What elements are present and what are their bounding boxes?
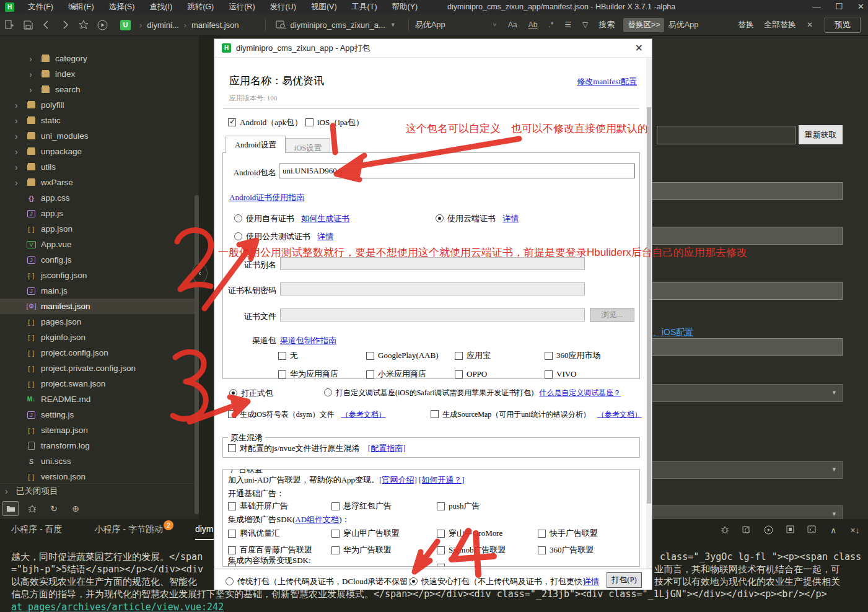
tree-item[interactable]: › uni_modules: [0, 128, 199, 144]
tree-item[interactable]: › App.vue: [0, 237, 199, 252]
search-history-dropdown-icon[interactable]: ˅: [493, 22, 496, 28]
menu-item[interactable]: 运行(R): [221, 0, 262, 14]
tree-item[interactable]: › app.json: [0, 221, 199, 237]
tree-item[interactable]: › pages.json: [0, 314, 199, 330]
menu-item[interactable]: 工具(T): [344, 0, 385, 14]
android-package-checkbox[interactable]: Android（apk包）: [228, 117, 302, 128]
web-view-icon[interactable]: ⊕: [68, 501, 84, 516]
form-field[interactable]: [652, 227, 843, 245]
forward-icon[interactable]: [56, 17, 74, 32]
ad-component-doc-link[interactable]: AD组件文档: [295, 515, 339, 524]
sdk-ad-checkbox[interactable]: 穿山甲GroMore: [437, 528, 538, 539]
content-sdk-checkbox[interactable]: [228, 562, 260, 567]
sdk-ad-checkbox[interactable]: 快手广告联盟: [538, 528, 637, 539]
ios-package-checkbox[interactable]: iOS（ipa包）: [305, 117, 364, 128]
tree-item[interactable]: › jsconfig.json: [0, 268, 199, 283]
cert-alias-input[interactable]: [280, 257, 585, 270]
regex-icon[interactable]: .*: [543, 20, 559, 29]
cert-password-input[interactable]: [280, 282, 585, 295]
fast-safe-package-radio[interactable]: 快速安心打包（不上传代码及证书，打包更快）: [410, 576, 590, 587]
multiline-icon[interactable]: ☰: [559, 20, 577, 29]
menu-item[interactable]: 选择(S): [102, 0, 142, 14]
save-icon[interactable]: [19, 17, 37, 32]
dialog-scrollbar[interactable]: [646, 58, 652, 569]
preview-button[interactable]: 预览: [825, 17, 861, 33]
tab-ios-settings[interactable]: iOS设置: [286, 138, 330, 153]
tree-item[interactable]: › setting.js: [0, 407, 199, 422]
menu-item[interactable]: 跳转(G): [180, 0, 221, 14]
dialog-close-icon[interactable]: ✕: [635, 42, 643, 54]
cloud-cert-detail-link[interactable]: 详情: [502, 214, 519, 223]
find-in-files-icon[interactable]: [272, 17, 291, 32]
menu-item[interactable]: 编辑(E): [61, 0, 102, 14]
menu-item[interactable]: 发行(U): [263, 0, 304, 14]
sidebar-scrollbar[interactable]: [195, 195, 199, 514]
tree-item[interactable]: › unpackage: [0, 144, 199, 159]
tree-item[interactable]: › manifest.json: [0, 299, 199, 314]
tree-item[interactable]: › project.config.json: [0, 345, 199, 361]
sdk-ad-checkbox[interactable]: 360广告联盟: [538, 544, 637, 556]
sourcemap-ref-doc-link[interactable]: （参考文档）: [597, 410, 642, 419]
console-debug-icon[interactable]: [719, 525, 730, 536]
sdk-ad-checkbox[interactable]: 腾讯优量汇: [228, 528, 331, 539]
sdk-ad-checkbox[interactable]: 华为广告联盟: [331, 544, 437, 556]
search-input[interactable]: 易优App: [415, 19, 488, 30]
close-search-icon[interactable]: ✕: [801, 20, 818, 29]
cert-file-input[interactable]: [280, 308, 585, 321]
console-close-icon[interactable]: ×↓: [849, 525, 861, 536]
form-text-input[interactable]: [657, 126, 796, 144]
console-stop-icon[interactable]: [784, 525, 796, 536]
channel-checkbox[interactable]: 华为应用商店: [278, 369, 366, 380]
console-clear-icon[interactable]: [741, 525, 752, 536]
explorer-view-icon[interactable]: [2, 501, 19, 516]
ad-official-link[interactable]: [官网介绍]: [379, 475, 417, 484]
tree-item[interactable]: › app.js: [0, 206, 199, 221]
cloud-cert-radio[interactable]: 使用云端证书 详情: [436, 213, 519, 224]
menu-item[interactable]: 视图(V): [304, 0, 344, 14]
tree-item[interactable]: › search: [0, 82, 199, 97]
public-test-cert-radio[interactable]: 使用公共测试证书 详情: [234, 231, 333, 242]
console-collapse-icon[interactable]: ∧: [828, 525, 839, 536]
browse-button[interactable]: 浏览...: [590, 308, 634, 322]
refresh-view-icon[interactable]: ↻: [46, 501, 62, 516]
console-run-icon[interactable]: [763, 525, 774, 536]
package-button[interactable]: 打包(P): [607, 572, 642, 588]
public-cert-detail-link[interactable]: 详情: [317, 232, 333, 241]
dotted-link[interactable]: [454, 565, 468, 567]
scope-dropdown-icon[interactable]: ▼: [390, 22, 396, 28]
form-field[interactable]: [652, 182, 843, 200]
search-button[interactable]: 搜索: [594, 18, 620, 32]
dotted-link[interactable]: [245, 565, 260, 567]
how-generate-cert-link[interactable]: 如何生成证书: [301, 214, 349, 223]
tree-item[interactable]: › category: [0, 51, 199, 66]
dsym-checkbox[interactable]: 生成iOS符号表（dsym）文件 （参考文档）: [228, 409, 386, 420]
sdk-ad-checkbox[interactable]: Sigmob广告联盟: [437, 544, 538, 556]
tree-item[interactable]: › project.swan.json: [0, 376, 199, 391]
obfuscation-config-guide-link[interactable]: [配置指南]: [368, 444, 406, 453]
menu-item[interactable]: 查找(I): [142, 0, 180, 14]
release-package-radio[interactable]: 打正式包: [229, 388, 273, 399]
menu-item[interactable]: 文件(F): [20, 0, 61, 14]
back-icon[interactable]: [37, 17, 56, 32]
tree-item[interactable]: › config.js: [0, 252, 199, 268]
tree-item[interactable]: › version.json: [0, 469, 199, 484]
minimize-button[interactable]: —: [812, 2, 820, 11]
tree-item[interactable]: › transform.log: [0, 438, 199, 453]
basic-ad-checkbox[interactable]: 基础开屏广告: [228, 501, 331, 512]
new-file-icon[interactable]: [0, 17, 19, 32]
tree-item[interactable]: › uni.scss: [0, 453, 199, 469]
basic-ad-checkbox[interactable]: 悬浮红包广告: [331, 501, 437, 512]
form-field[interactable]: [652, 338, 843, 356]
channel-guide-link[interactable]: 渠道包制作指南: [280, 335, 336, 346]
traditional-package-radio[interactable]: 传统打包（上传代码及证书，DCloud承诺不保留）: [226, 576, 416, 587]
channel-checkbox[interactable]: 应用宝: [455, 350, 545, 361]
android-cert-guide-link[interactable]: Android证书使用指南: [229, 192, 304, 203]
package-detail-link[interactable]: 详情: [583, 576, 599, 587]
channel-checkbox[interactable]: VIVO: [545, 369, 625, 380]
search-scope[interactable]: diyminipro_cms_zixun_a...: [291, 20, 385, 30]
sourcemap-checkbox[interactable]: 生成SourceMap（可用于uni统计的错误分析） （参考文档）: [431, 409, 642, 420]
refresh-fetch-button[interactable]: 重新获取: [799, 125, 843, 144]
tree-item[interactable]: › index: [0, 66, 199, 82]
sdk-ad-checkbox[interactable]: 百度百青藤广告联盟: [228, 544, 331, 556]
modify-manifest-link[interactable]: 修改manifest配置: [577, 76, 637, 87]
